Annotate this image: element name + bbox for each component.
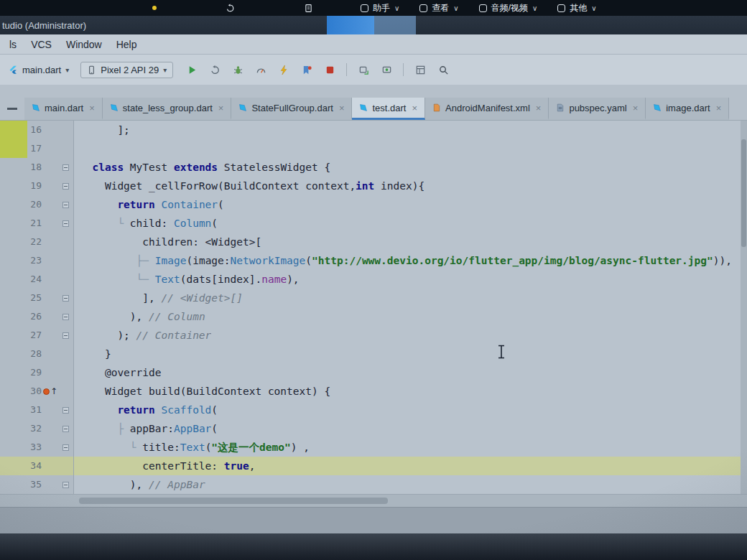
screen-record-icon[interactable] bbox=[378, 61, 395, 78]
editor-line[interactable]: 26 ), // Column bbox=[0, 307, 747, 326]
fold-marker-icon[interactable] bbox=[62, 426, 69, 432]
editor-line[interactable]: 29 @override bbox=[0, 363, 747, 382]
editor-line[interactable]: 17 bbox=[0, 139, 747, 158]
menu-window[interactable]: Window bbox=[60, 37, 108, 52]
document-icon[interactable] bbox=[304, 4, 313, 13]
code-segment: title: bbox=[142, 442, 180, 453]
code-line-text: class MyTest extends StatelessWidget { bbox=[74, 158, 330, 177]
titlebar-highlight bbox=[327, 16, 374, 34]
fold-marker-icon[interactable] bbox=[62, 332, 69, 339]
editor-line[interactable]: 25 ], // <Widget>[] bbox=[0, 289, 747, 307]
editor-line[interactable]: 28 } bbox=[0, 345, 747, 363]
device-select[interactable]: Pixel 2 API 29 ▾ bbox=[80, 62, 173, 78]
tab-image.dart[interactable]: image.dart× bbox=[646, 98, 729, 120]
refresh-icon[interactable] bbox=[226, 4, 235, 13]
screenshot-icon[interactable] bbox=[355, 61, 372, 78]
editor-line[interactable]: 18 class MyTest extends StatelessWidget … bbox=[0, 158, 747, 177]
fold-marker-icon[interactable] bbox=[62, 164, 69, 171]
layout-inspector-icon[interactable] bbox=[412, 61, 429, 78]
gutter-cell: 24 bbox=[0, 270, 74, 289]
collapse-icon[interactable] bbox=[7, 108, 17, 110]
run-config-select[interactable]: main.dart ▾ bbox=[4, 62, 73, 78]
editor-line[interactable]: 22 children: <Widget>[ bbox=[0, 233, 747, 251]
more-button[interactable]: 其他∨ bbox=[557, 2, 596, 14]
fold-marker-icon[interactable] bbox=[62, 202, 69, 208]
toolbar-icons bbox=[183, 61, 452, 78]
editor-line[interactable]: 21 └ child: Column( bbox=[0, 214, 747, 233]
dart-file-icon bbox=[238, 103, 247, 112]
editor-line[interactable]: 19 Widget _cellForRow(BuildContext conte… bbox=[0, 177, 747, 195]
gutter-cell: 33 bbox=[0, 438, 74, 457]
code-editor[interactable]: 16 ];1718 class MyTest extends Stateless… bbox=[0, 121, 747, 494]
close-tab-icon[interactable]: × bbox=[536, 103, 542, 113]
code-segment: // Column bbox=[142, 311, 205, 322]
code-segment: ( bbox=[211, 423, 218, 434]
editor-line[interactable]: 23 ├─ Image(image:NetworkImage("http://w… bbox=[0, 251, 747, 270]
code-segment bbox=[80, 162, 92, 173]
hot-restart-icon[interactable] bbox=[298, 61, 315, 78]
code-segment: (image: bbox=[186, 255, 230, 266]
vertical-scrollbar-thumb[interactable] bbox=[741, 139, 746, 247]
menu-tools[interactable]: ls bbox=[3, 37, 23, 52]
view-button[interactable]: 查看∨ bbox=[419, 2, 458, 14]
code-segment: extends bbox=[174, 162, 218, 173]
overriding-method-icon[interactable] bbox=[43, 388, 50, 395]
fold-slot bbox=[59, 164, 72, 171]
editor-line[interactable]: 34 centerTitle: true, bbox=[0, 457, 747, 475]
editor-line[interactable]: 24 └─ Text(dats[index].name), bbox=[0, 270, 747, 289]
assistant-button[interactable]: 助手∨ bbox=[361, 2, 399, 14]
editor-line[interactable]: 35 ), // AppBar bbox=[0, 475, 747, 494]
editor-line[interactable]: 20 return Container( bbox=[0, 195, 747, 214]
tabs-container: main.dart×state_less_group.dart×StateFul… bbox=[24, 98, 729, 120]
tab-pubspec.yaml[interactable]: pubspec.yaml× bbox=[549, 98, 646, 120]
screen: 助手∨查看∨音频/视频∨其他∨ tudio (Administrator) ls… bbox=[0, 0, 747, 560]
code-segment: ]; bbox=[80, 124, 130, 136]
fold-slot bbox=[59, 332, 72, 339]
code-segment: ( bbox=[218, 199, 224, 210]
close-tab-icon[interactable]: × bbox=[716, 103, 722, 113]
close-tab-icon[interactable]: × bbox=[633, 103, 639, 113]
fold-marker-icon[interactable] bbox=[62, 314, 69, 320]
fold-marker-icon[interactable] bbox=[62, 295, 69, 302]
editor-line[interactable]: 33 └ title:Text("这是一个demo") , bbox=[0, 438, 747, 457]
menu-help[interactable]: Help bbox=[110, 37, 144, 52]
profiler-icon[interactable] bbox=[252, 61, 269, 78]
horizontal-scrollbar[interactable] bbox=[0, 494, 747, 507]
code-segment: (dats[index]. bbox=[180, 274, 262, 285]
fold-marker-icon[interactable] bbox=[62, 220, 69, 227]
audio-video-button[interactable]: 音频/视频∨ bbox=[479, 2, 538, 14]
tab-state_less_group.dart[interactable]: state_less_group.dart× bbox=[103, 98, 232, 120]
code-line-text: ); // Container bbox=[74, 326, 211, 345]
editor-line[interactable]: 30↑ Widget build(BuildContext context) { bbox=[0, 382, 747, 401]
close-tab-icon[interactable]: × bbox=[339, 103, 345, 113]
fold-marker-icon[interactable] bbox=[62, 183, 69, 190]
tab-test.dart[interactable]: test.dart× bbox=[352, 98, 425, 120]
search-icon[interactable] bbox=[435, 61, 452, 78]
tab-AndroidManifest.xml[interactable]: AndroidManifest.xml× bbox=[425, 98, 549, 120]
fold-marker-icon[interactable] bbox=[62, 407, 69, 414]
apply-changes-icon[interactable] bbox=[206, 61, 223, 78]
horizontal-scrollbar-thumb[interactable] bbox=[79, 498, 388, 504]
code-segment: // <Widget>[] bbox=[155, 292, 243, 304]
close-tab-icon[interactable]: × bbox=[218, 103, 224, 113]
close-tab-icon[interactable]: × bbox=[89, 103, 95, 113]
menu-vcs[interactable]: VCS bbox=[24, 37, 58, 52]
dart-file-icon bbox=[653, 103, 662, 112]
editor-line[interactable]: 32 ├ appBar:AppBar( bbox=[0, 419, 747, 438]
vertical-scrollbar[interactable] bbox=[741, 121, 747, 494]
fold-marker-icon[interactable] bbox=[62, 482, 69, 488]
hot-reload-icon[interactable] bbox=[275, 61, 292, 78]
tab-StateFullGroup.dart[interactable]: StateFullGroup.dart× bbox=[231, 98, 352, 120]
up-arrow-icon[interactable]: ↑ bbox=[50, 387, 57, 396]
stop-icon[interactable] bbox=[321, 61, 338, 78]
editor-line[interactable]: 27 ); // Container bbox=[0, 326, 747, 345]
code-segment: └ bbox=[130, 442, 142, 453]
fold-marker-icon[interactable] bbox=[62, 444, 69, 451]
editor-line[interactable]: 16 ]; bbox=[0, 121, 747, 139]
attach-debugger-icon[interactable] bbox=[229, 61, 246, 78]
tab-main.dart[interactable]: main.dart× bbox=[24, 98, 103, 120]
run-icon[interactable] bbox=[183, 61, 200, 78]
status-bar bbox=[0, 507, 747, 533]
close-tab-icon[interactable]: × bbox=[412, 103, 417, 113]
editor-line[interactable]: 31 return Scaffold( bbox=[0, 401, 747, 419]
